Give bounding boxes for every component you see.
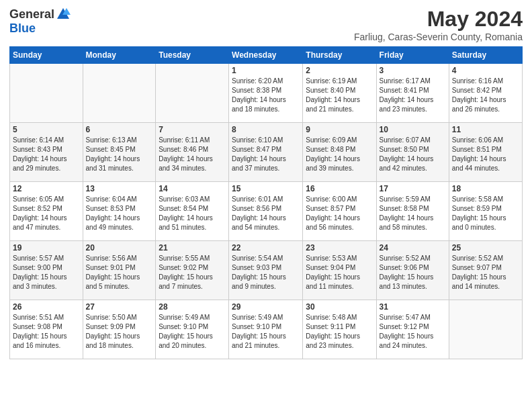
day-number: 25	[452, 243, 519, 253]
logo: General Blue	[9, 7, 71, 36]
calendar-cell: 1Sunrise: 6:20 AM Sunset: 8:38 PM Daylig…	[229, 64, 303, 123]
day-info: Sunrise: 5:48 AM Sunset: 9:11 PM Dayligh…	[306, 313, 373, 351]
day-number: 18	[452, 184, 519, 193]
logo-icon	[56, 7, 71, 21]
day-info: Sunrise: 6:09 AM Sunset: 8:48 PM Dayligh…	[306, 136, 373, 173]
day-number: 28	[159, 302, 226, 312]
week-row-4: 19Sunrise: 5:57 AM Sunset: 9:00 PM Dayli…	[10, 241, 523, 300]
calendar-cell: 16Sunrise: 6:00 AM Sunset: 8:57 PM Dayli…	[303, 182, 376, 241]
day-header-thursday: Thursday	[303, 47, 376, 64]
day-number: 8	[232, 125, 300, 134]
day-number: 7	[159, 125, 226, 134]
calendar-cell: 9Sunrise: 6:09 AM Sunset: 8:48 PM Daylig…	[303, 123, 376, 182]
day-number: 29	[232, 302, 300, 312]
day-info: Sunrise: 5:54 AM Sunset: 9:03 PM Dayligh…	[232, 254, 300, 291]
week-row-2: 5Sunrise: 6:14 AM Sunset: 8:43 PM Daylig…	[10, 123, 523, 182]
location: Farliug, Caras-Severin County, Romania	[354, 32, 523, 42]
day-info: Sunrise: 5:52 AM Sunset: 9:07 PM Dayligh…	[452, 254, 519, 291]
calendar-cell: 8Sunrise: 6:10 AM Sunset: 8:47 PM Daylig…	[229, 123, 303, 182]
day-info: Sunrise: 6:06 AM Sunset: 8:51 PM Dayligh…	[452, 136, 519, 173]
day-number: 30	[306, 302, 373, 312]
day-number: 23	[306, 243, 373, 253]
day-number: 24	[380, 243, 446, 253]
day-info: Sunrise: 6:00 AM Sunset: 8:57 PM Dayligh…	[306, 195, 373, 232]
calendar: SundayMondayTuesdayWednesdayThursdayFrid…	[9, 46, 523, 359]
calendar-cell: 15Sunrise: 6:01 AM Sunset: 8:56 PM Dayli…	[229, 182, 303, 241]
day-header-wednesday: Wednesday	[229, 47, 303, 64]
day-info: Sunrise: 6:16 AM Sunset: 8:42 PM Dayligh…	[452, 77, 519, 114]
calendar-cell: 12Sunrise: 6:05 AM Sunset: 8:52 PM Dayli…	[10, 182, 83, 241]
calendar-cell: 5Sunrise: 6:14 AM Sunset: 8:43 PM Daylig…	[10, 123, 83, 182]
calendar-cell: 29Sunrise: 5:49 AM Sunset: 9:10 PM Dayli…	[229, 300, 303, 359]
calendar-cell: 26Sunrise: 5:51 AM Sunset: 9:08 PM Dayli…	[10, 300, 83, 359]
day-number: 22	[232, 243, 300, 253]
day-number: 3	[380, 66, 446, 75]
calendar-cell: 14Sunrise: 6:03 AM Sunset: 8:54 PM Dayli…	[156, 182, 229, 241]
day-info: Sunrise: 5:49 AM Sunset: 9:10 PM Dayligh…	[232, 313, 300, 351]
calendar-cell: 17Sunrise: 5:59 AM Sunset: 8:58 PM Dayli…	[376, 182, 449, 241]
day-number: 31	[380, 302, 446, 312]
calendar-cell: 27Sunrise: 5:50 AM Sunset: 9:09 PM Dayli…	[83, 300, 156, 359]
day-info: Sunrise: 5:50 AM Sunset: 9:09 PM Dayligh…	[86, 313, 153, 351]
day-number: 13	[86, 184, 153, 193]
calendar-cell: 30Sunrise: 5:48 AM Sunset: 9:11 PM Dayli…	[303, 300, 376, 359]
logo-blue-text: Blue	[9, 21, 36, 36]
calendar-cell: 19Sunrise: 5:57 AM Sunset: 9:00 PM Dayli…	[10, 241, 83, 300]
title-area: May 2024 Farliug, Caras-Severin County, …	[354, 7, 523, 42]
day-number: 15	[232, 184, 300, 193]
week-row-3: 12Sunrise: 6:05 AM Sunset: 8:52 PM Dayli…	[10, 182, 523, 241]
day-info: Sunrise: 5:53 AM Sunset: 9:04 PM Dayligh…	[306, 254, 373, 291]
day-info: Sunrise: 6:13 AM Sunset: 8:45 PM Dayligh…	[86, 136, 153, 173]
day-number: 5	[13, 125, 80, 134]
calendar-cell: 28Sunrise: 5:49 AM Sunset: 9:10 PM Dayli…	[156, 300, 229, 359]
day-info: Sunrise: 5:49 AM Sunset: 9:10 PM Dayligh…	[159, 313, 226, 351]
day-info: Sunrise: 6:20 AM Sunset: 8:38 PM Dayligh…	[232, 77, 300, 114]
day-info: Sunrise: 6:14 AM Sunset: 8:43 PM Dayligh…	[13, 136, 80, 173]
calendar-cell: 11Sunrise: 6:06 AM Sunset: 8:51 PM Dayli…	[449, 123, 522, 182]
header: General Blue May 2024 Farliug, Caras-Sev…	[9, 7, 523, 42]
day-number: 2	[306, 66, 373, 75]
calendar-cell: 2Sunrise: 6:19 AM Sunset: 8:40 PM Daylig…	[303, 64, 376, 123]
day-info: Sunrise: 5:47 AM Sunset: 9:12 PM Dayligh…	[380, 313, 446, 351]
calendar-cell: 7Sunrise: 6:11 AM Sunset: 8:46 PM Daylig…	[156, 123, 229, 182]
calendar-cell: 31Sunrise: 5:47 AM Sunset: 9:12 PM Dayli…	[376, 300, 449, 359]
day-number: 14	[159, 184, 226, 193]
calendar-cell: 24Sunrise: 5:52 AM Sunset: 9:06 PM Dayli…	[376, 241, 449, 300]
day-number: 6	[86, 125, 153, 134]
day-number: 1	[232, 66, 300, 75]
day-info: Sunrise: 5:58 AM Sunset: 8:59 PM Dayligh…	[452, 195, 519, 232]
day-info: Sunrise: 6:11 AM Sunset: 8:46 PM Dayligh…	[159, 136, 226, 173]
day-info: Sunrise: 6:10 AM Sunset: 8:47 PM Dayligh…	[232, 136, 300, 173]
month-year: May 2024	[354, 7, 523, 32]
day-header-monday: Monday	[83, 47, 156, 64]
day-number: 26	[13, 302, 80, 312]
day-info: Sunrise: 6:04 AM Sunset: 8:53 PM Dayligh…	[86, 195, 153, 232]
day-header-saturday: Saturday	[449, 47, 522, 64]
week-row-5: 26Sunrise: 5:51 AM Sunset: 9:08 PM Dayli…	[10, 300, 523, 359]
calendar-cell	[156, 64, 229, 123]
day-info: Sunrise: 6:17 AM Sunset: 8:41 PM Dayligh…	[380, 77, 446, 114]
day-info: Sunrise: 6:19 AM Sunset: 8:40 PM Dayligh…	[306, 77, 373, 114]
day-info: Sunrise: 6:07 AM Sunset: 8:50 PM Dayligh…	[380, 136, 446, 173]
calendar-cell: 22Sunrise: 5:54 AM Sunset: 9:03 PM Dayli…	[229, 241, 303, 300]
calendar-cell: 4Sunrise: 6:16 AM Sunset: 8:42 PM Daylig…	[449, 64, 522, 123]
logo-general-text: General	[9, 7, 54, 21]
calendar-cell	[449, 300, 522, 359]
calendar-cell: 10Sunrise: 6:07 AM Sunset: 8:50 PM Dayli…	[376, 123, 449, 182]
week-row-1: 1Sunrise: 6:20 AM Sunset: 8:38 PM Daylig…	[10, 64, 523, 123]
day-number: 27	[86, 302, 153, 312]
day-info: Sunrise: 6:01 AM Sunset: 8:56 PM Dayligh…	[232, 195, 300, 232]
calendar-cell	[10, 64, 83, 123]
day-info: Sunrise: 5:55 AM Sunset: 9:02 PM Dayligh…	[159, 254, 226, 291]
calendar-cell	[83, 64, 156, 123]
calendar-cell: 20Sunrise: 5:56 AM Sunset: 9:01 PM Dayli…	[83, 241, 156, 300]
day-number: 11	[452, 125, 519, 134]
day-number: 9	[306, 125, 373, 134]
day-info: Sunrise: 6:05 AM Sunset: 8:52 PM Dayligh…	[13, 195, 80, 232]
calendar-cell: 3Sunrise: 6:17 AM Sunset: 8:41 PM Daylig…	[376, 64, 449, 123]
day-header-sunday: Sunday	[10, 47, 83, 64]
day-info: Sunrise: 6:03 AM Sunset: 8:54 PM Dayligh…	[159, 195, 226, 232]
day-header-friday: Friday	[376, 47, 449, 64]
days-header-row: SundayMondayTuesdayWednesdayThursdayFrid…	[10, 47, 523, 64]
calendar-cell: 23Sunrise: 5:53 AM Sunset: 9:04 PM Dayli…	[303, 241, 376, 300]
